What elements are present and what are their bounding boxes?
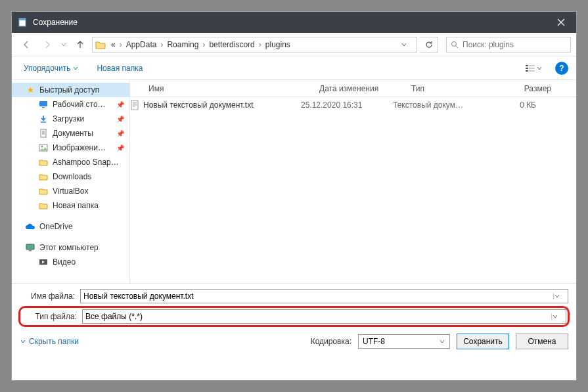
file-row[interactable]: Новый текстовый документ.txt 25.12.2020 … bbox=[130, 97, 576, 113]
window-title: Сохранение bbox=[33, 18, 546, 27]
filename-row: Имя файла: bbox=[20, 289, 568, 303]
file-area: Имя Дата изменения Тип Размер Новый текс… bbox=[130, 80, 576, 283]
filetype-label: Тип файла: bbox=[22, 312, 82, 321]
file-name: Новый текстовый документ.txt bbox=[143, 100, 301, 110]
sidebar-downloads-en[interactable]: Downloads bbox=[12, 169, 129, 184]
chevron-down-icon[interactable] bbox=[551, 313, 563, 320]
chevron-right-icon[interactable]: › bbox=[258, 40, 263, 49]
svg-rect-8 bbox=[529, 70, 535, 72]
sidebar-onedrive[interactable]: OneDrive bbox=[12, 219, 129, 234]
refresh-button[interactable] bbox=[420, 37, 438, 53]
svg-rect-1 bbox=[19, 18, 26, 20]
filename-input[interactable] bbox=[83, 292, 553, 301]
breadcrumb-prefix[interactable]: « bbox=[108, 37, 118, 52]
help-button[interactable]: ? bbox=[555, 62, 568, 75]
notepad-icon bbox=[17, 17, 28, 28]
chevron-right-icon[interactable]: › bbox=[201, 40, 206, 49]
encoding-select[interactable]: UTF-8 bbox=[358, 334, 450, 349]
chevron-down-icon[interactable] bbox=[439, 338, 445, 345]
sidebar-downloads[interactable]: Загрузки 📌 bbox=[12, 112, 129, 126]
filetype-field[interactable]: Все файлы (*.*) bbox=[82, 309, 566, 324]
titlebar: Сохранение bbox=[12, 12, 576, 33]
close-button[interactable] bbox=[546, 12, 576, 33]
chevron-right-icon[interactable]: › bbox=[159, 40, 164, 49]
filename-label: Имя файла: bbox=[20, 292, 80, 301]
col-type[interactable]: Тип bbox=[406, 84, 498, 93]
back-button[interactable] bbox=[17, 35, 35, 54]
sidebar-quick-access[interactable]: ★ Быстрый доступ bbox=[12, 83, 129, 97]
svg-rect-5 bbox=[526, 68, 528, 69]
recent-dropdown[interactable] bbox=[59, 35, 68, 54]
chevron-down-icon bbox=[20, 338, 26, 345]
col-size[interactable]: Размер bbox=[498, 84, 557, 93]
sidebar-new-folder[interactable]: Новая папка bbox=[12, 198, 129, 213]
breadcrumb-item[interactable]: AppData bbox=[124, 37, 160, 52]
svg-rect-11 bbox=[41, 129, 46, 137]
organize-button[interactable]: Упорядочить bbox=[20, 61, 82, 76]
cloud-icon bbox=[25, 221, 35, 232]
sidebar-virtualbox[interactable]: VirtualBox bbox=[12, 184, 129, 198]
hide-folders-button[interactable]: Скрыть папки bbox=[20, 337, 79, 346]
column-headers: Имя Дата изменения Тип Размер bbox=[130, 80, 576, 97]
svg-rect-14 bbox=[26, 244, 34, 250]
svg-point-2 bbox=[452, 41, 457, 46]
pictures-icon bbox=[38, 142, 49, 153]
breadcrumb-item[interactable]: plugins bbox=[263, 37, 293, 52]
up-button[interactable] bbox=[71, 35, 89, 54]
chevron-right-icon[interactable]: › bbox=[118, 40, 124, 49]
cancel-button[interactable]: Отмена bbox=[516, 334, 568, 349]
svg-rect-4 bbox=[529, 65, 535, 66]
text-file-icon bbox=[130, 100, 143, 110]
save-dialog: Сохранение « › AppData › Roaming › bet bbox=[11, 11, 577, 381]
search-box[interactable] bbox=[446, 37, 571, 53]
filename-field[interactable] bbox=[80, 289, 568, 303]
video-icon bbox=[38, 257, 49, 267]
svg-point-13 bbox=[41, 146, 43, 148]
sidebar-ashampoo[interactable]: Ashampoo Snap… bbox=[12, 155, 129, 169]
download-icon bbox=[38, 114, 49, 124]
breadcrumb-item[interactable]: Roaming bbox=[164, 37, 201, 52]
footer: Скрыть папки Кодировка: UTF-8 Сохранить … bbox=[12, 326, 576, 357]
filetype-row: Тип файла: Все файлы (*.*) bbox=[22, 309, 566, 324]
toolbar: Упорядочить Новая папка ? bbox=[12, 56, 576, 80]
view-button[interactable] bbox=[522, 62, 545, 74]
svg-rect-15 bbox=[29, 250, 32, 251]
pin-icon: 📌 bbox=[116, 144, 124, 152]
search-icon bbox=[451, 41, 459, 49]
pin-icon: 📌 bbox=[116, 130, 124, 137]
desktop-icon bbox=[38, 99, 49, 110]
bottom-panel: Имя файла: Тип файла: Все файлы (*.*) bbox=[12, 284, 576, 327]
svg-rect-3 bbox=[526, 65, 528, 66]
sidebar-this-pc[interactable]: Этот компьютер bbox=[12, 240, 129, 255]
svg-rect-10 bbox=[42, 107, 45, 108]
folder-icon bbox=[38, 186, 49, 196]
file-type: Текстовый докум… bbox=[393, 100, 485, 110]
encoding-value: UTF-8 bbox=[363, 337, 385, 346]
sidebar-desktop[interactable]: Рабочий сто… 📌 bbox=[12, 97, 129, 112]
svg-rect-9 bbox=[39, 101, 47, 106]
folder-icon bbox=[38, 157, 49, 167]
highlight-annotation: Тип файла: Все файлы (*.*) bbox=[18, 306, 570, 327]
save-button[interactable]: Сохранить bbox=[457, 334, 509, 349]
new-folder-button[interactable]: Новая папка bbox=[93, 61, 147, 76]
pin-icon: 📌 bbox=[116, 116, 124, 123]
chevron-down-icon[interactable] bbox=[553, 293, 565, 299]
folder-icon bbox=[94, 38, 107, 51]
col-name[interactable]: Имя bbox=[143, 84, 314, 93]
body: ★ Быстрый доступ Рабочий сто… 📌 Загрузки… bbox=[12, 80, 576, 284]
pin-icon: 📌 bbox=[116, 101, 124, 108]
pc-icon bbox=[25, 242, 35, 253]
file-size: 0 КБ bbox=[485, 100, 544, 110]
col-date[interactable]: Дата изменения bbox=[314, 84, 406, 93]
sidebar-documents[interactable]: Документы 📌 bbox=[12, 126, 129, 141]
address-dropdown[interactable] bbox=[401, 41, 417, 48]
sidebar-video[interactable]: Видео bbox=[12, 255, 129, 269]
sidebar-pictures[interactable]: Изображени… 📌 bbox=[12, 141, 129, 155]
chevron-down-icon bbox=[73, 66, 78, 71]
forward-button[interactable] bbox=[38, 35, 57, 54]
nav-bar: « › AppData › Roaming › betterdiscord › … bbox=[12, 33, 576, 56]
address-bar[interactable]: « › AppData › Roaming › betterdiscord › … bbox=[92, 37, 417, 53]
breadcrumb-item[interactable]: betterdiscord bbox=[206, 37, 257, 52]
search-input[interactable] bbox=[463, 40, 566, 49]
sidebar: ★ Быстрый доступ Рабочий сто… 📌 Загрузки… bbox=[12, 80, 130, 283]
